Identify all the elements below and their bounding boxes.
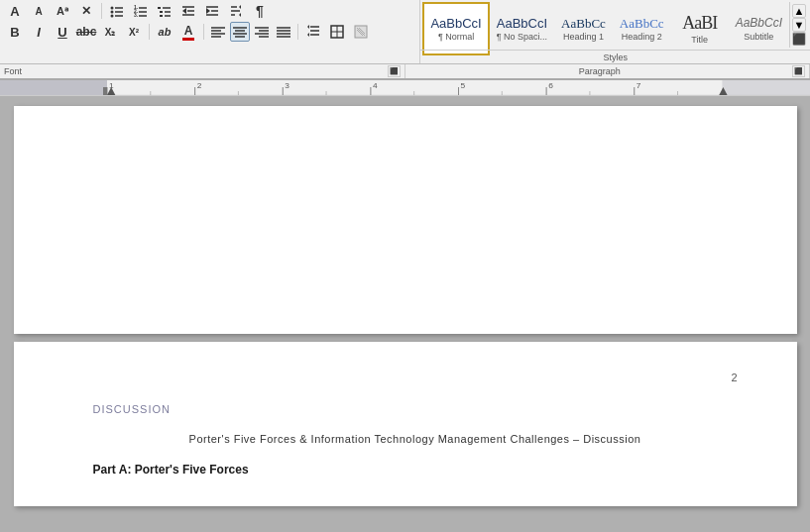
svg-marker-30 bbox=[239, 13, 241, 17]
strikethrough-btn[interactable]: abc bbox=[75, 21, 97, 43]
divider3 bbox=[203, 24, 204, 40]
bullet-list-btn[interactable] bbox=[106, 0, 128, 22]
number-list-btn[interactable]: 1.2.3. bbox=[130, 0, 152, 22]
sort-btn[interactable] bbox=[225, 0, 247, 22]
decrease-indent-btn[interactable] bbox=[177, 0, 199, 22]
svg-marker-18 bbox=[182, 8, 186, 14]
paragraph-section-label: Paragraph bbox=[409, 66, 791, 76]
font-section-label: Font bbox=[4, 66, 386, 76]
svg-point-2 bbox=[111, 11, 114, 14]
svg-text:6: 6 bbox=[548, 81, 553, 90]
shading-btn[interactable] bbox=[350, 21, 372, 43]
styles-scroll-down[interactable]: ▼ bbox=[792, 18, 806, 32]
superscript-btn[interactable]: X² bbox=[123, 21, 145, 43]
underline-btn[interactable]: U bbox=[52, 21, 73, 43]
svg-rect-81 bbox=[722, 80, 810, 95]
style-title[interactable]: AaBI Title bbox=[671, 2, 729, 55]
styles-panel: AaBbCcI ¶ Normal AaBbCcI ¶ No Spaci... A… bbox=[419, 0, 810, 63]
style-h2-label: Heading 2 bbox=[622, 32, 662, 42]
ruler-svg: 1 2 3 4 5 6 7 bbox=[107, 80, 810, 95]
svg-rect-16 bbox=[160, 15, 163, 17]
style-subtitle-preview: AaBbCcI bbox=[736, 16, 782, 30]
align-right-btn[interactable] bbox=[252, 22, 272, 42]
style-title-preview: AaBI bbox=[682, 13, 717, 35]
svg-marker-51 bbox=[307, 33, 309, 37]
styles-scroll: ▲ ▼ ⬛ bbox=[789, 2, 808, 48]
page-number: 2 bbox=[731, 372, 737, 383]
paragraph-expand-icon[interactable]: ⬛ bbox=[792, 65, 805, 77]
ribbon-row2: B I U abc X₂ X² ab A bbox=[0, 22, 417, 44]
style-nospace-preview: AaBbCcI bbox=[497, 16, 547, 32]
section-labels-bar: Font ⬛ Paragraph ⬛ bbox=[0, 64, 810, 80]
italic-btn[interactable]: I bbox=[28, 21, 50, 43]
toolbar-area: A A Aᵃ ✕ 1.2.3. bbox=[0, 0, 810, 80]
svg-marker-50 bbox=[307, 25, 309, 29]
borders-btn[interactable] bbox=[326, 21, 348, 43]
style-title-label: Title bbox=[691, 35, 708, 45]
style-normal-preview: AaBbCcI bbox=[430, 16, 481, 32]
style-nospace-label: ¶ No Spaci... bbox=[497, 32, 547, 42]
doc-subtitle[interactable]: Porter's Five Forces & Information Techn… bbox=[93, 433, 738, 445]
multi-list-btn[interactable] bbox=[154, 0, 175, 22]
svg-rect-14 bbox=[160, 11, 163, 13]
align-left-btn[interactable] bbox=[208, 22, 228, 42]
font-section-label-area: Font ⬛ bbox=[0, 64, 405, 78]
style-subtitle[interactable]: AaBbCcI Subtitle bbox=[729, 2, 789, 55]
ribbon-row1: A A Aᵃ ✕ 1.2.3. bbox=[0, 0, 417, 22]
align-center-btn[interactable] bbox=[230, 22, 250, 42]
document-area: 2 DISCUSSION Porter's Five Forces & Info… bbox=[0, 96, 810, 532]
align-justify-btn[interactable] bbox=[274, 22, 293, 42]
font-aa-btn[interactable]: Aᵃ bbox=[52, 0, 73, 22]
line-spacing-btn[interactable] bbox=[302, 21, 324, 43]
font-shrink-btn[interactable]: A bbox=[28, 0, 50, 22]
divider1 bbox=[101, 3, 102, 19]
style-normal-label: ¶ Normal bbox=[438, 32, 474, 42]
styles-scroll-up[interactable]: ▲ bbox=[792, 4, 806, 18]
page-2[interactable]: 2 DISCUSSION Porter's Five Forces & Info… bbox=[14, 342, 797, 506]
svg-text:7: 7 bbox=[636, 81, 641, 90]
app-container: A A Aᵃ ✕ 1.2.3. bbox=[0, 0, 810, 532]
svg-text:5: 5 bbox=[461, 81, 466, 90]
style-nospace[interactable]: AaBbCcI ¶ No Spaci... bbox=[490, 2, 554, 55]
style-h1-preview: AaBbCc bbox=[561, 16, 606, 32]
pilcrow-btn[interactable]: ¶ bbox=[249, 0, 271, 22]
paragraph-section-label-area: Paragraph ⬛ bbox=[405, 64, 811, 78]
font-grow-btn[interactable]: A bbox=[4, 0, 26, 22]
page-1 bbox=[14, 106, 797, 334]
doc-heading[interactable]: Part A: Porter's Five Forces bbox=[93, 463, 738, 477]
svg-text:3.: 3. bbox=[134, 12, 139, 18]
clear-format-btn[interactable]: ✕ bbox=[75, 0, 97, 22]
font-color-btn[interactable]: A bbox=[177, 21, 199, 43]
svg-text:3: 3 bbox=[285, 81, 289, 90]
svg-point-4 bbox=[111, 15, 114, 18]
styles-label: Styles bbox=[420, 50, 810, 63]
svg-marker-29 bbox=[239, 5, 241, 9]
ruler: 1 2 3 4 5 6 7 bbox=[0, 80, 810, 96]
svg-text:2: 2 bbox=[197, 81, 202, 90]
chapter-title[interactable]: DISCUSSION bbox=[93, 403, 738, 415]
divider2 bbox=[149, 24, 150, 40]
svg-rect-12 bbox=[158, 7, 161, 9]
svg-point-0 bbox=[111, 7, 114, 10]
divider4 bbox=[297, 24, 298, 40]
style-normal[interactable]: AaBbCcI ¶ Normal bbox=[422, 2, 489, 55]
styles-row: AaBbCcI ¶ Normal AaBbCcI ¶ No Spaci... A… bbox=[420, 0, 810, 50]
highlight-color-btn[interactable]: ab bbox=[154, 21, 175, 43]
subscript-btn[interactable]: X₂ bbox=[99, 21, 121, 43]
increase-indent-btn[interactable] bbox=[201, 0, 223, 22]
style-subtitle-label: Subtitle bbox=[744, 32, 773, 42]
styles-section-label: Styles bbox=[603, 53, 628, 62]
style-h2-preview: AaBbCc bbox=[620, 16, 664, 32]
font-expand-icon[interactable]: ⬛ bbox=[388, 65, 401, 77]
svg-marker-22 bbox=[206, 8, 210, 14]
svg-text:4: 4 bbox=[373, 81, 378, 90]
bold-btn[interactable]: B bbox=[4, 21, 26, 43]
style-heading2[interactable]: AaBbCc Heading 2 bbox=[613, 2, 671, 55]
styles-expand[interactable]: ⬛ bbox=[792, 32, 806, 46]
style-heading1[interactable]: AaBbCc Heading 1 bbox=[554, 2, 613, 55]
style-h1-label: Heading 1 bbox=[563, 32, 604, 42]
